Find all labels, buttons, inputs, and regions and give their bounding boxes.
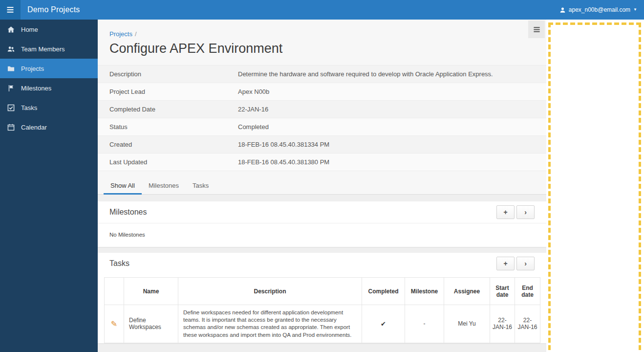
open-milestones-button[interactable]: ›: [516, 205, 535, 219]
tasks-table-header-row: Name Description Completed Milestone Ass…: [105, 278, 540, 305]
detail-value: 18-FEB-16 08.45.40.381334 PM: [238, 141, 546, 148]
sidebar-item-home[interactable]: Home: [0, 20, 98, 39]
milestones-title: Milestones: [109, 208, 147, 217]
sidebar-navigation: Home Team Members Projects Milestones Ta…: [0, 20, 98, 352]
sidebar-item-projects[interactable]: Projects: [0, 59, 98, 78]
filter-tabs: Show All Milestones Tasks: [98, 178, 546, 195]
sidebar-item-calendar[interactable]: Calendar: [0, 117, 98, 137]
milestones-section: Milestones + › No Milestones: [98, 201, 546, 247]
detail-value: 22-JAN-16: [238, 106, 546, 113]
column-header-name: Name: [124, 278, 178, 305]
detail-value: Apex N00b: [238, 88, 546, 95]
sidebar-item-label: Milestones: [21, 85, 51, 92]
main-content: Projects/ Configure APEX Environment Des…: [98, 20, 546, 352]
sidebar-item-label: Tasks: [21, 104, 37, 111]
detail-label: Project Lead: [98, 88, 238, 95]
detail-label: Created: [98, 141, 238, 148]
person-icon: [559, 7, 566, 13]
column-header-end-date: End date: [515, 278, 540, 305]
task-end-date-cell: 22-JAN-16: [515, 305, 540, 343]
breadcrumb-separator: /: [135, 30, 137, 38]
breadcrumb-link-projects[interactable]: Projects: [109, 30, 132, 38]
task-assignee-cell: Mei Yu: [444, 305, 490, 343]
detail-row-created: Created 18-FEB-16 08.45.40.381334 PM: [98, 135, 546, 153]
detail-row-status: Status Completed: [98, 118, 546, 135]
task-milestone-cell: -: [405, 305, 444, 343]
project-details-list: Description Determine the hardware and s…: [98, 65, 546, 171]
tab-milestones[interactable]: Milestones: [142, 178, 186, 195]
milestones-actions: + ›: [496, 205, 535, 219]
task-description-cell: Define workspaces needed for different a…: [178, 305, 362, 343]
task-completed-cell: ✔: [362, 305, 405, 343]
sidebar-item-label: Team Members: [21, 45, 65, 53]
sidebar-toggle-button[interactable]: [0, 0, 21, 20]
home-icon: [7, 26, 15, 33]
check-square-icon: [7, 104, 15, 111]
user-email: apex_n00b@email.com: [569, 6, 630, 13]
milestones-empty-state: No Milestones: [98, 223, 546, 247]
tasks-header: Tasks + ›: [98, 253, 546, 274]
tasks-table: Name Description Completed Milestone Ass…: [104, 277, 540, 343]
folder-icon: [7, 65, 15, 72]
tasks-actions: + ›: [496, 257, 535, 270]
breadcrumb: Projects/: [98, 20, 546, 38]
milestones-header: Milestones + ›: [98, 201, 546, 223]
task-start-date-cell: 22-JAN-16: [490, 305, 515, 343]
detail-label: Completed Date: [98, 106, 238, 113]
detail-row-last-updated: Last Updated 18-FEB-16 08.45.40.381380 P…: [98, 153, 546, 171]
detail-value: 18-FEB-16 08.45.40.381380 PM: [238, 158, 546, 166]
sidebar-item-label: Home: [21, 26, 38, 33]
app-title: Demo Projects: [27, 5, 80, 14]
add-milestone-button[interactable]: +: [496, 205, 515, 219]
calendar-icon: [7, 124, 15, 131]
users-icon: [7, 45, 15, 53]
detail-label: Description: [98, 70, 238, 78]
column-header-assignee: Assignee: [444, 278, 490, 305]
check-icon: ✔: [381, 320, 386, 328]
column-header-milestone: Milestone: [405, 278, 444, 305]
column-header-completed: Completed: [362, 278, 405, 305]
tab-show-all[interactable]: Show All: [104, 178, 142, 195]
open-tasks-button[interactable]: ›: [516, 257, 535, 270]
edit-task-cell: ✎: [105, 305, 124, 343]
detail-row-description: Description Determine the hardware and s…: [98, 65, 546, 83]
sidebar-item-label: Projects: [21, 65, 44, 72]
detail-label: Status: [98, 123, 238, 131]
page-actions-menu-button[interactable]: [528, 21, 545, 38]
column-header-edit: [105, 278, 124, 305]
add-task-button[interactable]: +: [496, 257, 515, 270]
tasks-title: Tasks: [109, 259, 129, 268]
task-name-cell: Define Workspaces: [124, 305, 178, 343]
cards-area: Milestones + › No Milestones Tasks + ›: [98, 195, 546, 352]
menu-icon: [533, 26, 540, 33]
tab-tasks[interactable]: Tasks: [186, 178, 215, 195]
detail-row-project-lead: Project Lead Apex N00b: [98, 83, 546, 100]
sidebar-item-team-members[interactable]: Team Members: [0, 39, 98, 59]
detail-value: Determine the hardware and software requ…: [238, 70, 546, 78]
page-title: Configure APEX Environment: [109, 41, 546, 56]
sidebar-item-milestones[interactable]: Milestones: [0, 78, 98, 98]
hamburger-icon: [6, 6, 14, 14]
top-navigation-bar: Demo Projects apex_n00b@email.com ▼: [0, 0, 644, 20]
user-menu[interactable]: apex_n00b@email.com ▼: [559, 6, 637, 13]
table-row: ✎ Define Workspaces Define workspaces ne…: [105, 305, 540, 343]
highlight-region-dashed-box: [548, 22, 641, 352]
detail-value: Completed: [238, 123, 546, 131]
edit-pencil-icon[interactable]: ✎: [111, 320, 117, 328]
detail-label: Last Updated: [98, 158, 238, 166]
sidebar-item-label: Calendar: [21, 124, 47, 131]
flag-icon: [7, 85, 15, 92]
column-header-start-date: Start date: [490, 278, 515, 305]
sidebar-item-tasks[interactable]: Tasks: [0, 98, 98, 117]
tasks-section: Tasks + › Name Description Completed: [98, 253, 546, 343]
column-header-description: Description: [178, 278, 362, 305]
detail-row-completed-date: Completed Date 22-JAN-16: [98, 100, 546, 118]
caret-down-icon: ▼: [633, 8, 637, 12]
